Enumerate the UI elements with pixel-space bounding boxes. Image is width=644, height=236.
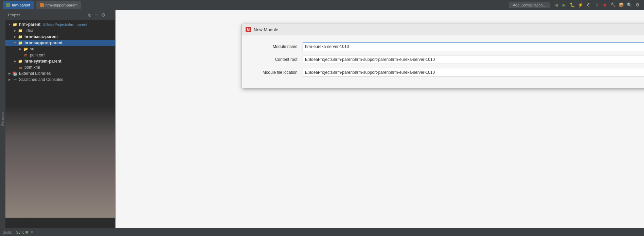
tree-item-hrm-parent-root[interactable]: ▼ 📁 hrm-parent E:\IdeaProjects\hrm-paren… [5,21,115,28]
project-tree: ▼ 📁 hrm-parent E:\IdeaProjects\hrm-paren… [5,20,115,228]
debug-icon[interactable]: 🐛 [569,1,576,9]
sync-indicator [25,231,28,234]
sidebar: Structure Project ⊕ ≡ ⚙ − ▼ 📁 hrm-parent… [0,10,115,228]
content-area: M New Module × Module name: Content root… [115,10,644,228]
profile-icon[interactable]: ⏱ [585,1,592,9]
structure-label: Structure [1,112,5,126]
folder-icon-hrm-support: 📁 [18,40,23,46]
sidebar-title: Project [8,13,85,17]
content-root-input-group: E:\IdeaProjects\hrm-parent\hrm-support-p… [303,55,644,64]
tree-sublabel-hrm-parent: E:\IdeaProjects\hrm-parent [42,22,87,27]
folder-icon-hrm-basic: 📁 [18,34,23,39]
sidebar-header: Project ⊕ ≡ ⚙ − [5,10,115,20]
tree-label-pom-support: pom.xml [30,53,45,57]
tree-label-hrm-support: hrm-support-parent [24,40,62,45]
tab-icon-hrm-support [40,3,44,7]
sidebar-gear-icon[interactable]: ⚙ [101,12,106,18]
pom-icon-root: m [18,65,23,70]
module-file-location-row: Module file location: E:\IdeaProjects\hr… [248,68,644,77]
build-project-icon[interactable]: 🔨 [609,1,617,9]
module-name-input[interactable] [303,42,644,51]
folder-icon-src: 📂 [23,46,29,52]
pom-icon-support: m [23,52,29,58]
folder-icon-hrm-parent: 📁 [12,22,18,27]
back-icon[interactable]: ◀ [552,1,560,9]
tab-label-hrm-support: hrm-support-parent [46,3,77,7]
search-everywhere-icon[interactable]: 🔍 [626,1,633,9]
arrow-hrm-support: ▼ [12,41,18,45]
scratch-icon: ✏ [12,77,18,82]
tree-item-external-libs[interactable]: ▶ 📚 External Libraries [5,70,115,77]
structure-tab[interactable]: Structure [0,10,5,228]
ext-libs-icon: 📚 [12,71,18,76]
module-name-label: Module name: [248,44,303,49]
arrow-hrm-basic: ▶ [12,35,18,38]
tree-label-pom-root: pom.xml [24,65,40,70]
dialog-body: Module name: Content root: E:\IdeaProjec… [242,35,644,88]
tree-item-scratches[interactable]: ▶ ✏ Scratches and Consoles [5,77,115,83]
tree-item-idea[interactable]: ▶ 📁 .idea [5,28,115,34]
tab-hrm-parent[interactable]: hrm-parent [3,1,34,9]
tree-label-scratches: Scratches and Consoles [19,77,63,82]
content-root-value: E:\IdeaProjects\hrm-parent\hrm-support-p… [303,55,644,64]
module-file-location-label: Module file location: [248,70,303,75]
build-label: Build: [3,230,12,234]
top-bar: hrm-parent hrm-support-parent Add Config… [0,0,644,10]
run-with-coverage-icon[interactable]: ⚡ [577,1,584,9]
pause-icon: ⏸ [593,1,601,9]
stop-icon: ⏹ [601,1,609,9]
module-file-location-input-group: E:\IdeaProjects\hrm-parent\hrm-support-p… [303,68,644,77]
arrow-ext-libs: ▶ [7,72,12,75]
tree-item-hrm-support-parent[interactable]: ▼ 📁 hrm-support-parent [5,40,115,46]
tab-label-hrm-parent: hrm-parent [12,3,30,7]
dialog-titlebar: M New Module × [242,24,644,35]
tree-label-hrm-system: hrm-system-parent [24,59,61,64]
add-configuration-button[interactable]: Add Configuration... [509,2,550,8]
tree-item-src[interactable]: ▶ 📂 src [5,46,115,52]
dialog-title-icon: M [246,27,251,32]
arrow-hrm-parent: ▼ [7,23,12,26]
tree-label-hrm-basic: hrm-basic-parent [24,34,58,39]
module-file-location-value: E:\IdeaProjects\hrm-parent\hrm-support-p… [303,68,644,77]
content-root-label: Content root: [248,57,303,62]
arrow-idea: ▶ [12,29,18,32]
sidebar-collapse-icon[interactable]: ≡ [94,12,99,18]
dialog-title-text: New Module [254,27,644,32]
arrow-src: ▶ [18,47,23,51]
tree-label-ext-libs: External Libraries [19,71,51,76]
run-icons-group: ◀ ▶ 🐛 ⚡ ⏱ ⏸ ⏹ 🔨 📦 🔍 ⚙ [552,1,641,9]
package-icon[interactable]: 📦 [618,1,625,9]
content-root-row: Content root: E:\IdeaProjects\hrm-parent… [248,55,644,64]
settings-icon[interactable]: ⚙ [634,1,641,9]
sidebar-minimize-icon[interactable]: − [108,12,112,18]
arrow-hrm-system: ▶ [12,60,18,63]
sync-tab[interactable]: Sync [14,230,31,235]
main-area: Structure Project ⊕ ≡ ⚙ − ▼ 📁 hrm-parent… [0,10,644,228]
tab-hrm-support-parent[interactable]: hrm-support-parent [36,1,81,9]
folder-icon-idea: 📁 [18,28,23,33]
new-module-dialog: M New Module × Module name: Content root… [241,24,644,88]
bottom-bar: Build: Sync × [0,228,644,236]
run-icon[interactable]: ▶ [560,1,568,9]
sync-close-button[interactable]: × [31,230,33,234]
tree-label-hrm-parent: hrm-parent [19,22,40,27]
tree-item-pom-support[interactable]: ▶ m pom.xml [5,52,115,58]
tab-icon-hrm-parent [6,3,10,7]
tree-item-hrm-basic-parent[interactable]: ▶ 📁 hrm-basic-parent [5,34,115,40]
arrow-scratches: ▶ [7,78,12,81]
sidebar-settings-gear-icon[interactable]: ⊕ [87,12,92,18]
tree-item-pom-root[interactable]: ▶ m pom.xml [5,64,115,70]
tree-item-hrm-system-parent[interactable]: ▶ 📁 hrm-system-parent [5,58,115,64]
tree-label-idea: .idea [24,28,33,33]
folder-icon-hrm-system: 📁 [18,58,23,64]
module-name-row: Module name: [248,42,644,51]
sync-label: Sync [16,230,24,234]
tree-label-src: src [30,47,35,51]
